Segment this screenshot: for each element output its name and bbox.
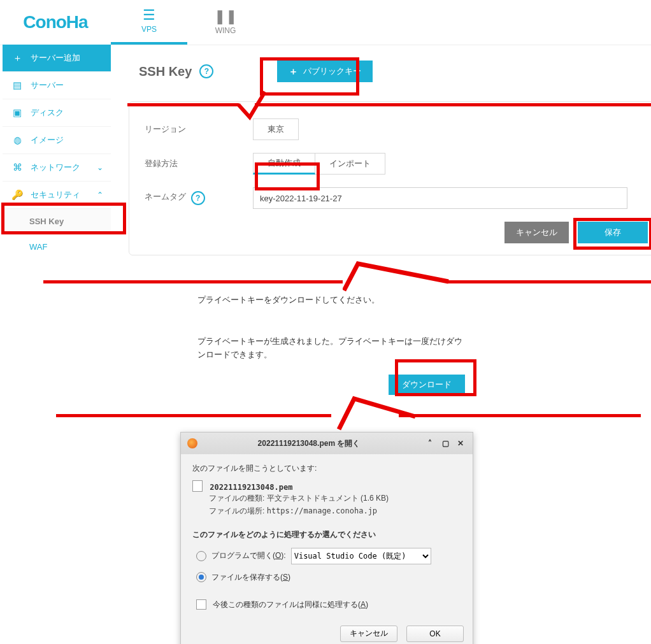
firefox-icon (187, 438, 197, 448)
filetype-label: ファイルの種類: (209, 494, 264, 503)
remember-row[interactable]: 今後この種類のファイルは同様に処理する(A) (196, 599, 461, 610)
chevron-up-icon: ⌃ (97, 190, 103, 199)
save-button[interactable]: 保存 (578, 222, 648, 243)
sidebar-security[interactable]: 🔑 セキュリティ ⌃ (3, 182, 111, 209)
remember-checkbox[interactable] (196, 599, 206, 610)
public-key-label: パブリックキー (303, 66, 361, 77)
panel-actions: キャンセル 保存 (145, 222, 648, 243)
filetype-line: ファイルの種類: 平文テキストドキュメント (1.6 KB) (209, 492, 461, 504)
save-file-row[interactable]: ファイルを保存する(S) (196, 572, 461, 583)
remember-label: 今後この種類のファイルは同様に処理する(A) (213, 599, 368, 610)
wing-icon: ❚❚ (214, 10, 237, 24)
open-with-select[interactable]: Visual Studio Code (既定) (291, 548, 431, 564)
sidebar: ＋ サーバー追加 ▤ サーバー ▣ ディスク ◍ イメージ ⌘ ネットワーク ⌄… (3, 45, 111, 260)
method-label: 登録方法 (145, 158, 253, 169)
close-icon[interactable]: ✕ (455, 438, 466, 449)
add-public-key-button[interactable]: ＋ パブリックキー (277, 61, 373, 82)
sidebar-add-label: サーバー追加 (31, 52, 80, 64)
topnav-vps[interactable]: ☰ VPS (111, 0, 187, 45)
document-icon (192, 480, 203, 492)
maximize-icon[interactable]: ▢ (440, 438, 451, 449)
dialog-cancel-button[interactable]: キャンセル (340, 626, 397, 642)
main-content: SSH Key ? ＋ パブリックキー リージョン 東京 登録方法 自動作成 イ… (127, 54, 651, 255)
network-icon: ⌘ (10, 162, 24, 173)
disk-icon: ▣ (10, 107, 24, 118)
action-question: このファイルをどのように処理するか選んでください (192, 529, 461, 540)
create-key-panel: リージョン 東京 登録方法 自動作成 インポート ネームタグ ? キャンセル 保… (129, 101, 651, 255)
sidebar-image-label: イメージ (31, 134, 64, 146)
sidebar-sshkey[interactable]: SSH Key (3, 209, 111, 234)
sidebar-disk-label: ディスク (31, 107, 64, 118)
sidebar-add-server[interactable]: ＋ サーバー追加 (3, 45, 111, 72)
logo-text: ConoHa (23, 12, 87, 32)
sidebar-waf[interactable]: WAF (3, 234, 111, 260)
download-button[interactable]: ダウンロード (389, 375, 465, 395)
sidebar-network[interactable]: ⌘ ネットワーク ⌄ (3, 154, 111, 182)
logo[interactable]: ConoHa (0, 0, 111, 45)
annotation-line (56, 414, 331, 417)
cancel-button[interactable]: キャンセル (504, 222, 569, 243)
radio-open-with[interactable] (196, 551, 206, 561)
open-with-label: プログラムで開く(O): (211, 550, 286, 561)
page-header: SSH Key ? ＋ パブリックキー (139, 61, 651, 82)
nametag-label: ネームタグ ? (145, 191, 253, 205)
region-option-tokyo[interactable]: 東京 (253, 118, 299, 140)
annotation-arrow (343, 260, 451, 292)
dialog-actions: キャンセル OK (181, 610, 473, 644)
dialog-ok-button[interactable]: OK (406, 626, 464, 642)
globe-icon: ◍ (10, 134, 24, 146)
sidebar-network-label: ネットワーク (31, 162, 80, 173)
vps-icon: ☰ (143, 8, 155, 22)
fileloc-line: ファイルの場所: https://manage.conoha.jp (209, 504, 461, 517)
method-row: 登録方法 自動作成 インポート (145, 153, 648, 175)
dialog-body: 次のファイルを開こうとしています: 20221119213048.pem ファイ… (181, 454, 473, 610)
nametag-row: ネームタグ ? (145, 187, 648, 209)
region-label: リージョン (145, 124, 253, 135)
nametag-label-text: ネームタグ (145, 192, 186, 201)
plus-icon: ＋ (289, 66, 298, 78)
fileloc-value: https://manage.conoha.jp (267, 506, 377, 515)
method-option-import[interactable]: インポート (315, 153, 385, 175)
topnav-vps-label: VPS (141, 25, 157, 34)
download-heading: プライベートキーをダウンロードしてください。 (197, 294, 471, 306)
method-option-auto[interactable]: 自動作成 (253, 153, 315, 175)
key-icon: 🔑 (10, 189, 24, 201)
dialog-title: 20221119213048.pem を開く (197, 438, 420, 449)
sidebar-security-label: セキュリティ (31, 189, 80, 201)
topnav-wing[interactable]: ❚❚ WING (187, 0, 264, 45)
topnav-wing-label: WING (215, 26, 236, 35)
region-row: リージョン 東京 (145, 118, 648, 140)
annotation-line (446, 280, 651, 283)
annotation-line (43, 280, 343, 283)
top-bar: ConoHa ☰ VPS ❚❚ WING (0, 0, 651, 45)
file-save-dialog: 20221119213048.pem を開く ˄ ▢ ✕ 次のファイルを開こうと… (180, 432, 473, 644)
nametag-input[interactable] (253, 187, 627, 209)
download-body: プライベートキーが生成されました。プライベートキーは一度だけダウンロードできます… (197, 335, 465, 362)
chevron-down-icon: ⌄ (97, 163, 103, 172)
open-with-row[interactable]: プログラムで開く(O): Visual Studio Code (既定) (196, 548, 461, 564)
annotation-arrow (335, 394, 418, 432)
sidebar-server-label: サーバー (31, 80, 64, 91)
dialog-titlebar: 20221119213048.pem を開く ˄ ▢ ✕ (181, 433, 473, 454)
fileloc-label: ファイルの場所: (209, 506, 264, 515)
top-nav: ☰ VPS ❚❚ WING (111, 0, 264, 45)
plus-icon: ＋ (10, 52, 24, 64)
sidebar-server[interactable]: ▤ サーバー (3, 72, 111, 99)
minimize-icon[interactable]: ˄ (424, 438, 436, 449)
annotation-line (399, 414, 641, 417)
download-dialog: プライベートキーをダウンロードしてください。 プライベートキーが生成されました。… (197, 294, 471, 395)
save-file-label: ファイルを保存する(S) (211, 572, 290, 583)
page-title: SSH Key (139, 64, 192, 79)
filetype-value: 平文テキストドキュメント (1.6 KB) (267, 494, 389, 503)
opening-file-label: 次のファイルを開こうとしています: (192, 463, 461, 474)
help-icon[interactable]: ? (191, 191, 205, 205)
server-icon: ▤ (10, 80, 24, 91)
help-icon[interactable]: ? (199, 64, 213, 78)
radio-save-file[interactable] (196, 572, 206, 582)
filename: 20221119213048.pem (210, 483, 292, 492)
sidebar-disk[interactable]: ▣ ディスク (3, 99, 111, 127)
sidebar-image[interactable]: ◍ イメージ (3, 127, 111, 154)
